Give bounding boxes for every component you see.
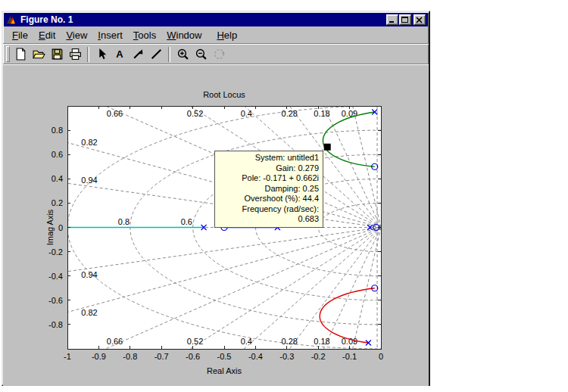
menubar: File Edit View Insert Tools Window Help — [3, 27, 429, 43]
open-folder-icon — [33, 48, 45, 61]
datatip-damping: Damping: 0.25 — [219, 184, 319, 194]
svg-text:-0.5: -0.5 — [217, 352, 232, 361]
svg-text:0.4: 0.4 — [51, 174, 63, 183]
datatip-frequency: Frequency (rad/sec): 0.683 — [219, 204, 319, 225]
svg-text:0.28: 0.28 — [282, 109, 298, 118]
svg-text:0.52: 0.52 — [187, 109, 203, 118]
svg-text:0.66: 0.66 — [107, 109, 123, 118]
svg-text:0.18: 0.18 — [314, 109, 329, 118]
svg-text:-0.8: -0.8 — [123, 352, 137, 361]
svg-text:0.66: 0.66 — [107, 337, 123, 346]
svg-text:-0.2: -0.2 — [48, 247, 63, 257]
rotate-3d-button[interactable] — [210, 45, 228, 64]
svg-text:0.28: 0.28 — [282, 337, 298, 346]
svg-text:0.8: 0.8 — [118, 217, 130, 226]
svg-text:0.52: 0.52 — [187, 337, 203, 346]
text-tool-icon: A — [116, 49, 123, 59]
svg-text:-0.3: -0.3 — [279, 352, 294, 361]
svg-text:-0.8: -0.8 — [48, 320, 63, 329]
svg-text:0.6: 0.6 — [181, 217, 192, 226]
svg-text:-0.2: -0.2 — [311, 352, 326, 361]
datatip-system: System: untitled1 — [219, 153, 319, 163]
rotate-3d-icon — [213, 48, 226, 61]
menu-view[interactable]: View — [61, 28, 92, 42]
print-figure-button[interactable] — [66, 45, 84, 64]
maximize-icon — [401, 16, 409, 23]
svg-text:-0.6: -0.6 — [48, 296, 63, 305]
minimize-icon — [389, 16, 396, 23]
svg-text:-0.7: -0.7 — [154, 352, 169, 361]
datatip[interactable]: System: untitled1 Gain: 0.279 Pole: -0.1… — [214, 151, 323, 228]
titlebar[interactable]: Figure No. 1 — [4, 13, 428, 26]
plot-title: Root Locus — [203, 90, 245, 99]
svg-text:0.6: 0.6 — [51, 150, 63, 159]
menu-insert[interactable]: Insert — [92, 28, 128, 42]
maximize-button[interactable] — [399, 14, 411, 25]
svg-text:0.2: 0.2 — [51, 198, 63, 207]
figure-canvas: 0.090.090.180.180.280.280.40.40.520.520.… — [3, 65, 429, 386]
svg-text:0.82: 0.82 — [81, 308, 97, 317]
window-title: Figure No. 1 — [20, 14, 385, 25]
svg-text:0.09: 0.09 — [342, 109, 357, 118]
figure-window: Figure No. 1 File Edit View Insert Tools… — [2, 11, 430, 386]
pointer-arrow-icon — [95, 48, 108, 61]
svg-text:0.82: 0.82 — [81, 138, 97, 147]
add-text-button[interactable]: A — [111, 45, 129, 64]
svg-text:-0.1: -0.1 — [342, 352, 357, 361]
svg-text:-0.4: -0.4 — [48, 272, 63, 281]
menu-tools[interactable]: Tools — [128, 28, 161, 42]
menu-help[interactable]: Help — [211, 28, 242, 42]
zoom-out-icon — [195, 48, 208, 61]
zoom-in-button[interactable] — [173, 45, 192, 64]
open-file-button[interactable] — [30, 45, 48, 64]
zoom-in-icon — [176, 48, 189, 61]
selected-gain-marker[interactable] — [324, 144, 331, 151]
toolbar-separator — [168, 47, 170, 62]
save-figure-button[interactable] — [48, 45, 66, 64]
datatip-overshoot: Overshoot (%): 44.4 — [219, 194, 319, 204]
menu-edit[interactable]: Edit — [33, 28, 61, 42]
svg-text:0.18: 0.18 — [314, 337, 329, 346]
menu-window[interactable]: Window — [161, 28, 207, 42]
toolbar-separator — [87, 47, 89, 62]
svg-text:-1: -1 — [64, 352, 71, 361]
close-button[interactable] — [414, 14, 426, 25]
add-arrow-button[interactable] — [129, 45, 147, 64]
printer-icon — [69, 48, 82, 61]
svg-text:0: 0 — [58, 223, 63, 232]
pointer-tool-button[interactable] — [92, 45, 111, 64]
toolbar-grip[interactable] — [6, 46, 10, 62]
svg-text:-0.9: -0.9 — [92, 352, 106, 361]
add-line-button[interactable] — [147, 45, 165, 64]
close-icon — [416, 17, 423, 23]
svg-text:-0.4: -0.4 — [248, 352, 263, 361]
menu-file[interactable]: File — [7, 28, 33, 42]
desktop: Figure No. 1 File Edit View Insert Tools… — [0, 0, 568, 392]
minimize-button[interactable] — [386, 14, 398, 25]
toolbar: A — [3, 45, 429, 64]
matlab-logo-icon — [6, 14, 17, 26]
y-axis-label: Imag Axis — [45, 209, 55, 245]
datatip-pole: Pole: -0.171 + 0.662i — [219, 173, 319, 184]
svg-text:0.4: 0.4 — [241, 109, 252, 118]
datatip-gain: Gain: 0.279 — [219, 163, 319, 174]
svg-text:-0.6: -0.6 — [186, 352, 200, 361]
arrow-ne-icon — [132, 48, 145, 61]
svg-text:0.8: 0.8 — [51, 126, 63, 135]
diagonal-line-icon — [150, 48, 163, 61]
save-floppy-icon — [51, 48, 64, 61]
svg-text:0.4: 0.4 — [241, 337, 252, 346]
zoom-out-button[interactable] — [192, 45, 210, 64]
svg-text:0: 0 — [379, 352, 383, 361]
x-axis-label: Real Axis — [207, 366, 242, 375]
new-document-icon — [14, 48, 27, 61]
svg-text:0.94: 0.94 — [81, 176, 97, 185]
svg-text:0.94: 0.94 — [81, 270, 97, 279]
new-figure-button[interactable] — [11, 45, 30, 64]
